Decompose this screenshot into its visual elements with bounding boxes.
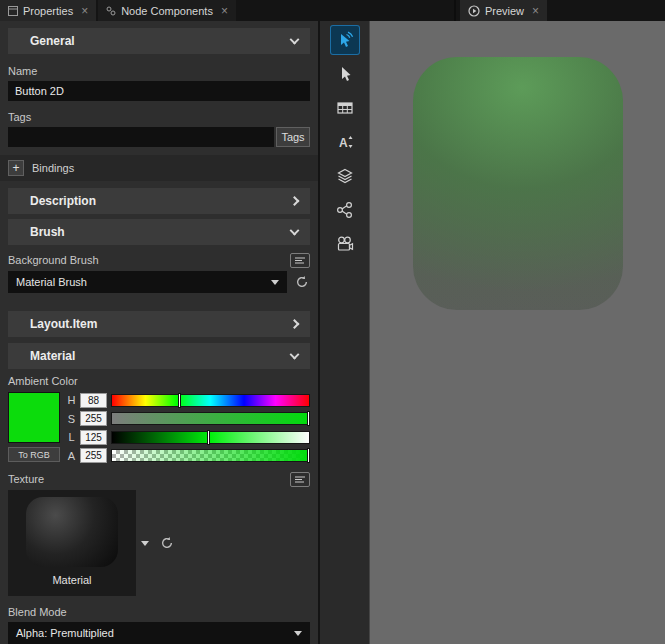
chevron-down-icon[interactable] xyxy=(141,541,149,546)
saturation-slider-marker[interactable] xyxy=(307,411,310,426)
camera-tool-icon xyxy=(336,235,354,253)
color-swatch[interactable] xyxy=(8,392,60,443)
saturation-slider[interactable] xyxy=(111,412,310,425)
open-texture-editor-button[interactable] xyxy=(290,472,310,487)
open-brush-editor-button[interactable] xyxy=(290,253,310,268)
tab-properties[interactable]: Properties × xyxy=(0,0,96,21)
section-material-label: Material xyxy=(30,349,75,363)
saturation-channel-row: S xyxy=(67,411,310,427)
chevron-down-icon xyxy=(290,226,300,236)
alpha-slider-marker[interactable] xyxy=(307,448,310,463)
reset-brush-button[interactable] xyxy=(294,274,310,290)
tab-node-components-label: Node Components xyxy=(121,5,213,17)
kanzi-studio-window: Properties × Node Components × Preview × xyxy=(0,0,665,644)
section-header-material[interactable]: Material xyxy=(8,343,310,369)
lightness-slider[interactable] xyxy=(111,431,310,444)
properties-panel-icon xyxy=(8,6,18,16)
alpha-channel-row: A xyxy=(67,448,310,464)
hue-channel-label: H xyxy=(67,394,76,406)
layers-tool-icon xyxy=(336,167,354,185)
lightness-value-input[interactable] xyxy=(80,430,107,445)
add-binding-button[interactable]: + xyxy=(8,160,24,176)
editor-lines-icon xyxy=(294,475,306,484)
tags-input[interactable] xyxy=(8,127,274,147)
tab-preview[interactable]: Preview × xyxy=(460,0,547,21)
texture-name: Material xyxy=(52,574,91,586)
hue-channel-row: H xyxy=(67,392,310,408)
blend-mode-dropdown[interactable]: Alpha: Premultiplied xyxy=(8,622,310,644)
select-tool-button[interactable] xyxy=(331,60,359,88)
text-tool-button[interactable]: A xyxy=(331,128,359,156)
texture-row: Material xyxy=(8,490,310,596)
color-editor: To RGB H S xyxy=(8,392,310,464)
blend-mode-label: Blend Mode xyxy=(8,605,310,619)
scene-graph-tool-button[interactable] xyxy=(331,196,359,224)
section-description-label: Description xyxy=(30,194,96,208)
section-header-general[interactable]: General xyxy=(8,28,310,54)
properties-panel: General Name Tags Tags + Bindings Descri… xyxy=(0,21,318,644)
saturation-channel-label: S xyxy=(67,413,76,425)
name-label: Name xyxy=(8,64,310,78)
chevron-right-icon xyxy=(290,196,300,206)
chevron-down-icon xyxy=(290,350,300,360)
section-layout-item-label: Layout.Item xyxy=(30,317,97,331)
node-components-icon xyxy=(106,6,116,16)
close-icon[interactable]: × xyxy=(221,5,228,17)
hue-slider[interactable] xyxy=(111,394,310,407)
background-brush-value: Material Brush xyxy=(16,276,87,288)
tabbar-spacer xyxy=(236,0,454,21)
texture-thumbnail[interactable]: Material xyxy=(8,490,136,596)
close-icon[interactable]: × xyxy=(532,5,539,17)
alpha-value-input[interactable] xyxy=(80,448,107,463)
select-tool-icon xyxy=(336,65,354,83)
tab-properties-label: Properties xyxy=(23,5,73,17)
grid-tool-button[interactable] xyxy=(331,94,359,122)
preview-toolbar: A xyxy=(320,21,370,644)
background-brush-dropdown[interactable]: Material Brush xyxy=(8,271,287,293)
bindings-row: + Bindings xyxy=(0,155,318,181)
camera-tool-button[interactable] xyxy=(331,230,359,258)
text-tool-icon: A xyxy=(336,133,354,151)
lightness-slider-marker[interactable] xyxy=(207,430,210,445)
section-brush-label: Brush xyxy=(30,225,65,239)
preview-button-2d[interactable] xyxy=(413,57,623,310)
tags-label: Tags xyxy=(8,110,310,124)
blend-mode-value: Alpha: Premultiplied xyxy=(16,627,114,639)
chevron-down-icon xyxy=(294,631,302,636)
preview-viewport[interactable] xyxy=(370,21,665,644)
pick-tool-icon xyxy=(336,31,354,49)
lightness-channel-row: L xyxy=(67,429,310,445)
tab-node-components[interactable]: Node Components × xyxy=(98,0,236,21)
texture-label: Texture xyxy=(8,472,44,486)
section-header-layout-item[interactable]: Layout.Item xyxy=(8,311,310,337)
to-rgb-button[interactable]: To RGB xyxy=(8,447,60,462)
section-general-label: General xyxy=(30,34,75,48)
close-icon[interactable]: × xyxy=(81,5,88,17)
section-header-brush[interactable]: Brush xyxy=(8,219,310,245)
bindings-label: Bindings xyxy=(32,162,74,174)
hue-value-input[interactable] xyxy=(80,393,107,408)
ambient-color-label: Ambient Color xyxy=(8,374,310,388)
reset-icon xyxy=(295,275,309,289)
tags-button[interactable]: Tags xyxy=(276,127,310,147)
hue-slider-marker[interactable] xyxy=(178,393,181,408)
play-circle-icon xyxy=(468,5,480,17)
layers-tool-button[interactable] xyxy=(331,162,359,190)
material-preview-sphere xyxy=(26,497,118,567)
chevron-down-icon xyxy=(290,35,300,45)
background-brush-label: Background Brush xyxy=(8,253,99,267)
preview-panel: A xyxy=(318,21,665,644)
pick-tool-button[interactable] xyxy=(331,26,359,54)
alpha-slider[interactable] xyxy=(111,449,310,462)
reset-icon xyxy=(160,536,174,550)
grid-tool-icon xyxy=(336,99,354,117)
reset-texture-button[interactable] xyxy=(159,535,175,551)
tabbar-separator xyxy=(454,0,456,21)
section-header-description[interactable]: Description xyxy=(8,188,310,214)
chevron-down-icon xyxy=(271,280,279,285)
editor-lines-icon xyxy=(294,256,306,265)
name-input[interactable] xyxy=(8,81,310,101)
alpha-channel-label: A xyxy=(67,450,76,462)
saturation-value-input[interactable] xyxy=(80,411,107,426)
tab-preview-label: Preview xyxy=(485,5,524,17)
